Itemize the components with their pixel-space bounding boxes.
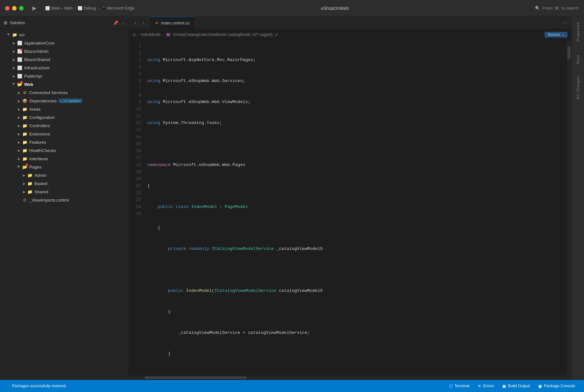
breadcrumb-indexmodel[interactable]: IndexModel: [141, 32, 160, 37]
folder-shared-icon: 📁: [27, 189, 33, 195]
gear-icon: ⚙: [22, 89, 28, 96]
code-line-15: }: [145, 350, 567, 357]
sidebar-item-features[interactable]: ▶ 📁 Features: [0, 138, 129, 146]
build-output-tab[interactable]: ▣ Build Output: [498, 383, 534, 389]
updates-badge: – 14 updates: [59, 99, 82, 103]
sidebar-title: ⊞ Solution: [4, 20, 25, 25]
sidebar-pin-icon[interactable]: 📌: [113, 20, 118, 25]
sidebar-item-basket[interactable]: ▶ 📁 Basket: [0, 179, 129, 188]
editor-minimap[interactable]: [567, 40, 571, 375]
folder-config-icon: 📁: [22, 114, 28, 120]
package-console-label: Package Console: [544, 384, 575, 388]
deps-icon: 📦: [22, 98, 28, 104]
scrollbar-thumb[interactable]: [145, 376, 247, 379]
folder-publicapi-icon: ⬜: [17, 73, 23, 79]
sidebar-label-infrastructure: Infrastructure: [24, 65, 50, 70]
search-area[interactable]: 🔍 Press '⌘.' to search: [535, 6, 579, 10]
code-line-7: {: [145, 182, 567, 189]
sidebar-item-publicapi[interactable]: ▶ ⬜ PublicApi: [0, 72, 129, 80]
sidebar-item-blazorshared[interactable]: ▶ ⬜ BlazorShared: [0, 55, 129, 64]
sidebar-item-applicationcore[interactable]: ▶ ⬜ ApplicationCore: [0, 39, 129, 47]
search-hint: Press '⌘.' to search: [542, 6, 579, 10]
right-panel-properties[interactable]: Properties: [572, 19, 584, 45]
sidebar-actions: 📌 ⌄: [113, 20, 125, 25]
chevron-icon: ▶: [11, 40, 17, 45]
right-panel-tests[interactable]: Tests: [572, 47, 584, 72]
breadcrumb-file-icon: ◇: [133, 32, 136, 37]
errors-icon: ✕: [478, 384, 481, 389]
code-line-4: using System.Threading.Tasks;: [145, 120, 567, 127]
sidebar-item-connectedservices[interactable]: ▶ ⚙ Connected Services: [0, 88, 129, 97]
minimize-button[interactable]: [12, 6, 17, 10]
tab-index-cshtml-cs[interactable]: ✕ Index.cshtml.cs: [150, 17, 195, 29]
horizontal-scrollbar[interactable]: [129, 375, 571, 380]
sidebar-item-configuration[interactable]: ▶ 📁 Configuration: [0, 113, 129, 121]
sidebar-label-applicationcore: ApplicationCore: [24, 41, 54, 45]
minimap-handle[interactable]: [567, 46, 571, 59]
sidebar-item-dependencies[interactable]: ▶ 📦 Dependencies – 14 updates: [0, 97, 129, 105]
chevron-icon: ▶: [17, 140, 22, 145]
breadcrumb-method[interactable]: M OnGet(CatalogIndexViewModel catalogMod…: [165, 32, 272, 37]
status-success[interactable]: ✓ Packages successfully restored: [5, 382, 67, 390]
code-line-10: private readonly ICatalogViewModelServic…: [145, 245, 567, 252]
sidebar-content: ▶ 📁 src ▶ ⬜ ApplicationCore ▶ ⬜ BlazorAd…: [0, 29, 129, 380]
right-panel-git-changes[interactable]: Git Changes: [572, 75, 584, 100]
chevron-icon: ▶: [6, 32, 11, 37]
sidebar: ⊞ Solution 📌 ⌄ ▶ 📁 src ▶ ⬜ ApplicationCo…: [0, 17, 129, 380]
tab-modified-dot: ✕: [155, 21, 158, 25]
app-title: eShopOnWeb: [138, 6, 531, 11]
file-icon: ⚙: [22, 197, 28, 203]
chevron-icon: ▶: [17, 131, 22, 136]
sidebar-item-controllers[interactable]: ▶ 📁 Controllers: [0, 121, 129, 130]
sidebar-item-src[interactable]: ▶ 📁 src: [0, 31, 129, 39]
sidebar-item-web[interactable]: ▶ 📂 Web: [0, 80, 129, 88]
tab-next-button[interactable]: ›: [140, 19, 147, 27]
play-button[interactable]: ▶: [30, 4, 39, 13]
chevron-icon: ▶: [17, 98, 22, 103]
right-panel: Properties Tests Git Changes: [571, 17, 584, 380]
folder-admin-icon: 📁: [27, 172, 33, 178]
sidebar-item-areas[interactable]: ▶ 📁 Areas: [0, 105, 129, 113]
titlebar-breadcrumb: ⬜ Web – Web › ⬜ Debug › 📱 Microsoft Edge: [45, 6, 135, 10]
sidebar-label-viewimports: _ViewImports.cshtml: [29, 198, 69, 203]
editor-breadcrumb: ◇ › IndexModel › M OnGet(CatalogIndexVie…: [129, 29, 571, 40]
code-line-5: [145, 141, 567, 148]
errors-tab[interactable]: ✕ Errors: [474, 383, 498, 389]
code-line-6: namespace Microsoft.eShopWeb.Web.Pages: [145, 162, 567, 168]
source-button[interactable]: Source ⌄: [545, 32, 567, 38]
sidebar-item-infrastructure[interactable]: ▶ ⬜ Infrastructure: [0, 64, 129, 72]
sidebar-item-healthchecks[interactable]: ▶ 📁 HealthChecks: [0, 146, 129, 155]
sidebar-label-healthchecks: HealthChecks: [29, 148, 56, 153]
sidebar-item-shared[interactable]: ▶ 📁 Shared: [0, 188, 129, 196]
chevron-icon: ▶: [17, 148, 22, 153]
sidebar-item-admin[interactable]: ▶ 📁 Admin: [0, 171, 129, 179]
sidebar-item-extensions[interactable]: ▶ 📁 Extensions: [0, 130, 129, 138]
tab-prev-button[interactable]: ‹: [131, 19, 139, 27]
tab-more-button[interactable]: ⋯: [561, 18, 569, 27]
editor-area: ‹ › ✕ Index.cshtml.cs ⋯ ◇ › IndexModel ›…: [129, 17, 571, 380]
breadcrumb-sep2: ›: [162, 32, 164, 37]
chevron-icon: ▶: [11, 49, 17, 54]
sidebar-item-pages[interactable]: ▶ 📂 Pages: [0, 163, 129, 171]
maximize-button[interactable]: [19, 6, 24, 10]
sidebar-label-controllers: Controllers: [29, 123, 50, 128]
code-line-16: [145, 371, 567, 375]
close-button[interactable]: [5, 6, 10, 10]
build-output-label: Build Output: [508, 384, 530, 388]
terminal-tab[interactable]: ⬡ Terminal: [445, 383, 473, 389]
sidebar-label-configuration: Configuration: [29, 115, 55, 120]
code-line-13: {: [145, 308, 567, 315]
sidebar-item-viewimports[interactable]: ▶ ⚙ _ViewImports.cshtml: [0, 196, 129, 204]
folder-basket-icon: 📁: [27, 180, 33, 187]
breadcrumb-sep-1: ›: [74, 6, 76, 10]
sidebar-label-pages: Pages: [29, 165, 41, 169]
sidebar-chevron-icon[interactable]: ⌄: [121, 20, 125, 25]
code-editor[interactable]: 12345 678910 1112131415 1617181920 21222…: [129, 40, 571, 375]
package-console-tab[interactable]: ▣ Package Console: [534, 383, 579, 389]
sidebar-item-blazoradmin[interactable]: ▶ ⬜ BlazorAdmin: [0, 47, 129, 55]
indexmodel-label: IndexModel: [141, 32, 160, 37]
tab-label: Index.cshtml.cs: [161, 21, 190, 25]
folder-health-icon: 📁: [22, 147, 28, 154]
sidebar-item-interfaces[interactable]: ▶ 📁 Interfaces: [0, 155, 129, 163]
code-content[interactable]: using Microsoft.AspNetCore.Mvc.RazorPage…: [145, 40, 567, 375]
